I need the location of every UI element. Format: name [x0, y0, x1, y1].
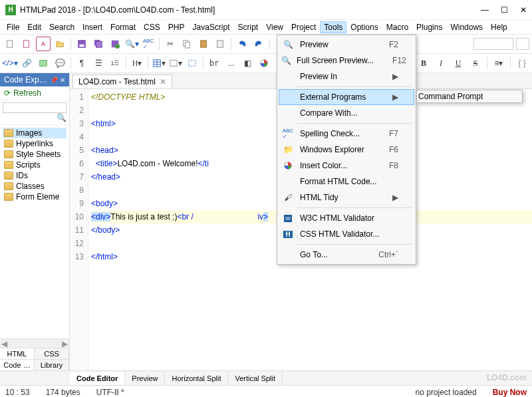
tree-item[interactable]: Classes [3, 181, 66, 192]
table-icon[interactable]: ▾ [152, 56, 166, 70]
view-tab-horizontal-split[interactable]: Horizontal Split [165, 372, 228, 384]
refresh-label: Refresh [13, 88, 41, 98]
refresh-button[interactable]: ⟳ Refresh [0, 86, 69, 100]
new-doc-icon[interactable]: A [36, 37, 51, 51]
menu-php[interactable]: PHP [164, 21, 189, 33]
scroll-left-icon[interactable]: ◀ [1, 339, 7, 348]
menu-item[interactable]: Preview In▶ [279, 68, 414, 84]
image-icon[interactable] [36, 56, 51, 70]
search-icon[interactable]: 🔍▾ [124, 37, 139, 51]
tag-icon[interactable]: </>▾ [3, 56, 17, 70]
menu-item[interactable]: WW3C HTML Validator [279, 210, 414, 226]
tree-item[interactable]: Hyperlinks [3, 138, 66, 149]
align-icon[interactable]: ≡▾ [491, 56, 506, 70]
tree-item[interactable]: Style Sheets [3, 149, 66, 160]
new-css-icon[interactable] [19, 37, 34, 51]
menu-insert[interactable]: Insert [78, 21, 106, 33]
sidebar-tab2[interactable]: Code … [0, 360, 35, 370]
open-icon[interactable] [53, 37, 67, 51]
tree-item[interactable]: Images [3, 128, 66, 138]
sidebar-search-input[interactable] [3, 102, 66, 113]
menu-search[interactable]: Search [45, 21, 78, 33]
view-tab-preview[interactable]: Preview [125, 372, 165, 384]
form-icon[interactable]: ▾ [168, 56, 183, 70]
nbsp-icon[interactable]: ⎵ [223, 56, 238, 70]
clipboard-icon[interactable] [213, 37, 227, 51]
menu-item[interactable]: 📁Windows ExplorerF6 [279, 142, 414, 158]
menu-item[interactable]: HCSS HTML Validator... [279, 226, 414, 242]
menu-windows[interactable]: Windows [446, 21, 487, 33]
strike-button[interactable]: S [468, 56, 483, 70]
menu-item[interactable]: Compare With... [279, 105, 414, 121]
size-select[interactable] [516, 38, 529, 50]
font-select[interactable] [473, 38, 513, 50]
sidebar-tab2[interactable]: Library [35, 360, 69, 370]
spellcheck-icon[interactable]: ABC✓ [141, 37, 156, 51]
buy-now-link[interactable]: Buy Now [493, 388, 527, 397]
menu-javascript[interactable]: JavaScript [188, 21, 233, 33]
heading-icon[interactable]: H▾ [130, 56, 144, 70]
menu-item[interactable]: 🖌HTML Tidy▶ [279, 190, 414, 205]
pin-icon[interactable]: 📌 ✕ [50, 76, 65, 84]
save-icon[interactable] [74, 37, 89, 51]
document-tab[interactable]: LO4D.com - Test.html ✕ [72, 74, 172, 88]
menu-format[interactable]: Format [106, 21, 140, 33]
div-icon[interactable] [185, 56, 200, 70]
menu-help[interactable]: Help [487, 21, 511, 33]
list-ol-icon[interactable]: 1☰ [108, 56, 122, 70]
menu-project[interactable]: Project [287, 21, 320, 33]
menu-item[interactable]: Insert Color...F8 [279, 158, 414, 174]
menu-item[interactable]: ABC✓Spelling Check...F7 [279, 126, 414, 142]
br-icon[interactable]: br [207, 56, 221, 70]
special-char-icon[interactable]: ◧ [240, 56, 255, 70]
sidebar-tab-html[interactable]: HTML [0, 348, 35, 359]
menu-edit[interactable]: Edit [23, 21, 45, 33]
scroll-right-icon[interactable]: ▶ [62, 339, 68, 348]
cut-icon[interactable]: ✂ [163, 37, 178, 51]
menu-view[interactable]: View [262, 21, 287, 33]
menu-shortcut: F8 [389, 161, 398, 170]
save-as-icon[interactable] [108, 37, 122, 51]
menu-script[interactable]: Script [234, 21, 263, 33]
italic-button[interactable]: I [434, 56, 448, 70]
list-ul-icon[interactable]: ☰ [91, 56, 106, 70]
menu-css[interactable]: CSS [140, 21, 164, 33]
maximize-button[interactable]: ☐ [501, 5, 508, 15]
tree-item[interactable]: Form Eleme [3, 192, 66, 202]
comment-icon[interactable]: 💬 [53, 56, 67, 70]
menu-item[interactable]: Go To...Ctrl+` [279, 247, 414, 263]
menu-item[interactable]: Format HTML Code... [279, 174, 414, 190]
encoding: UTF-8 * [96, 388, 124, 397]
minimize-button[interactable]: — [481, 5, 489, 15]
underline-button[interactable]: U [451, 56, 466, 70]
close-button[interactable]: ✕ [520, 5, 527, 15]
view-tab-code-editor[interactable]: Code Editor [70, 372, 125, 384]
refresh-icon: ⟳ [4, 88, 11, 98]
menu-plugins[interactable]: Plugins [412, 21, 446, 33]
sidebar-tab-css[interactable]: CSS [35, 348, 69, 359]
menu-macro[interactable]: Macro [382, 21, 412, 33]
undo-icon[interactable] [235, 37, 249, 51]
redo-icon[interactable] [251, 37, 266, 51]
menu-item-command-prompt[interactable]: Command Prompt [418, 92, 521, 101]
color-picker-icon[interactable] [257, 56, 271, 70]
view-tab-vertical-split[interactable]: Vertical Split [228, 372, 283, 384]
copy-icon[interactable] [180, 37, 194, 51]
brackets-icon[interactable]: { } [515, 56, 529, 70]
menu-tools[interactable]: Tools [320, 21, 346, 33]
menu-file[interactable]: File [3, 21, 23, 33]
new-file-icon[interactable] [3, 37, 17, 51]
tree-item[interactable]: Scripts [3, 160, 66, 170]
close-tab-icon[interactable]: ✕ [160, 77, 166, 86]
tree-item[interactable]: IDs [3, 170, 66, 181]
paste-icon[interactable] [196, 37, 211, 51]
search-icon[interactable]: 🔍 [57, 113, 66, 122]
menu-item[interactable]: External Programs▶ [279, 89, 414, 105]
menu-item[interactable]: 🔍Full Screen Preview...F12 [279, 53, 414, 68]
paragraph-icon[interactable]: ¶ [74, 56, 89, 70]
link-icon[interactable]: 🔗 [19, 56, 34, 70]
menu-options[interactable]: Options [346, 21, 382, 33]
save-all-icon[interactable] [91, 37, 106, 51]
menu-item[interactable]: 🔍PreviewF2 [279, 37, 414, 53]
bold-button[interactable]: B [416, 56, 431, 70]
